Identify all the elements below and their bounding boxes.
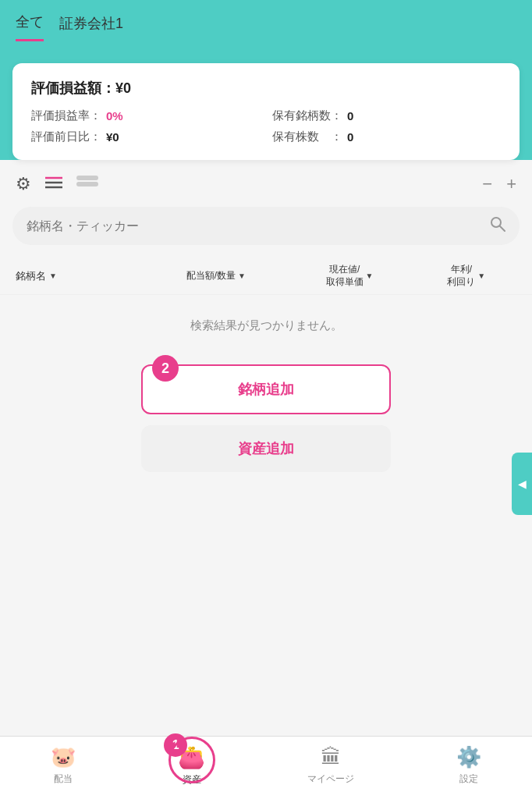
nav-settings-label: 設定 — [459, 772, 478, 786]
side-panel-toggle[interactable]: ◀ — [512, 453, 532, 515]
summary-card: 評価損益額：¥0 評価損益率： 0% 保有銘柄数： 0 評価前日比： ¥0 保有… — [12, 63, 520, 160]
col-price[interactable]: 現在値/取得単価 ▼ — [282, 264, 416, 288]
profit-rate-value: 0% — [106, 109, 123, 123]
prev-day-label: 評価前日比： — [31, 130, 101, 144]
search-icon — [490, 216, 505, 236]
toolbar: ⚙ − + — [0, 165, 532, 204]
nav-mypage[interactable]: 🏛 マイページ — [307, 745, 354, 786]
holdings-shares-item: 保有株数 ： 0 — [272, 130, 501, 144]
nav-assets[interactable]: 1 👛 資産 — [178, 744, 205, 787]
tab-broker[interactable]: 証券会社1 — [59, 14, 123, 41]
nav-mypage-label: マイページ — [307, 772, 354, 786]
search-input[interactable] — [27, 219, 484, 233]
profit-loss-label: 評価損益額： — [31, 80, 115, 96]
col-name[interactable]: 銘柄名 ▼ — [16, 269, 149, 283]
zoom-in-button[interactable]: + — [506, 174, 516, 194]
zoom-out-button[interactable]: − — [482, 174, 492, 194]
holdings-shares-value: 0 — [347, 130, 353, 144]
side-panel-arrow-icon: ◀ — [518, 478, 527, 490]
layout-icon[interactable] — [76, 174, 98, 194]
nav-assets-label: 資産 — [183, 773, 201, 787]
holdings-count-item: 保有銘柄数： 0 — [272, 108, 501, 123]
col-dividend[interactable]: 配当額/数量 ▼ — [149, 269, 282, 282]
holdings-count-label: 保有銘柄数： — [272, 108, 342, 123]
mypage-icon: 🏛 — [321, 745, 341, 769]
step-badge-2: 2 — [152, 355, 179, 382]
empty-state: 検索結果が見つかりません。 — [0, 295, 532, 349]
add-asset-button[interactable]: 資産追加 — [141, 425, 391, 472]
svg-line-6 — [500, 226, 505, 231]
profit-loss-row: 評価損益額：¥0 — [31, 79, 501, 98]
nav-dividend-label: 配当 — [54, 772, 73, 786]
nav-settings[interactable]: ⚙️ 設定 — [456, 745, 481, 786]
prev-day-item: 評価前日比： ¥0 — [31, 130, 260, 144]
list-icon[interactable] — [45, 176, 62, 194]
settings-icon: ⚙️ — [456, 745, 481, 769]
col-name-arrow: ▼ — [49, 272, 57, 280]
holdings-shares-label: 保有株数 ： — [272, 130, 342, 144]
add-stock-button[interactable]: 銘柄追加 — [141, 364, 391, 414]
gear-icon[interactable]: ⚙ — [16, 174, 31, 194]
bottom-navigation: 🐷 配当 1 👛 資産 🏛 マイページ ⚙️ 設定 — [0, 736, 532, 799]
svg-rect-4 — [76, 182, 98, 186]
dividend-icon: 🐷 — [51, 745, 76, 769]
col-price-arrow: ▼ — [366, 271, 374, 281]
action-area: 2 銘柄追加 資産追加 — [0, 349, 532, 488]
search-bar[interactable] — [12, 207, 520, 245]
svg-rect-3 — [76, 176, 98, 180]
nav-dividend[interactable]: 🐷 配当 — [51, 745, 76, 786]
col-dividend-arrow: ▼ — [238, 272, 246, 280]
col-yield-arrow: ▼ — [477, 271, 485, 281]
profit-rate-item: 評価損益率： 0% — [31, 108, 260, 123]
empty-state-message: 検索結果が見つかりません。 — [190, 318, 342, 332]
col-yield[interactable]: 年利/利回り ▼ — [417, 264, 516, 288]
prev-day-value: ¥0 — [106, 130, 119, 144]
profit-rate-label: 評価損益率： — [31, 108, 101, 123]
svg-point-5 — [491, 218, 501, 227]
step-badge-1: 1 — [164, 733, 187, 757]
tab-all[interactable]: 全て — [16, 12, 44, 41]
profit-loss-value: ¥0 — [115, 80, 131, 96]
column-headers: 銘柄名 ▼ 配当額/数量 ▼ 現在値/取得単価 ▼ 年利/利回り ▼ — [0, 257, 532, 295]
holdings-count-value: 0 — [347, 109, 353, 123]
